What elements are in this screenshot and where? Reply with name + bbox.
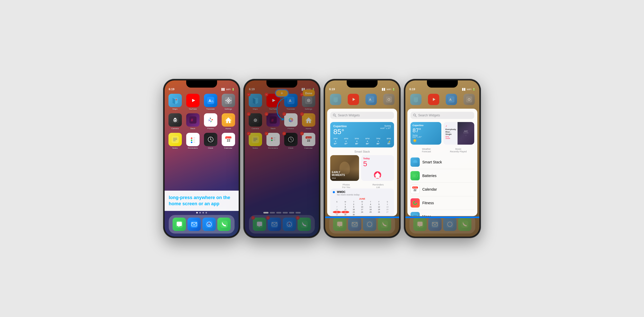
svg-rect-62 <box>220 221 228 228</box>
calendar-widget-3[interactable]: WWDC No more events today JUNE S M T W <box>330 189 394 216</box>
svg-point-95 <box>271 139 273 141</box>
app-slack[interactable]: # Slack <box>185 113 200 130</box>
phone-1: 6:19 ▊▊ WiFi 🔋 📍 Maps <box>163 79 240 238</box>
remove-clock[interactable]: − <box>282 132 286 135</box>
app-icon-camera <box>168 113 182 127</box>
svg-point-17 <box>174 119 176 121</box>
music-caption-4: MusicRecently Played <box>442 148 474 153</box>
battery-icon-3: 🔋 <box>392 88 395 91</box>
notch-2 <box>266 80 297 88</box>
remove-notes[interactable]: − <box>247 132 251 135</box>
svg-rect-145 <box>413 175 416 177</box>
dock-mail-2[interactable]: − <box>268 218 281 231</box>
app-icon-notes-2 <box>249 133 262 146</box>
svg-rect-93 <box>270 136 277 143</box>
widget-list-smartstack[interactable]: Smart Stack <box>410 155 474 169</box>
smartstack-icon <box>410 157 420 167</box>
app-home[interactable]: Home <box>221 113 236 130</box>
app-notes[interactable]: Notes <box>168 133 182 149</box>
app-calendar[interactable]: Monday22 Calendar <box>221 133 236 149</box>
svg-text:#: # <box>191 118 193 122</box>
svg-text:あ: あ <box>211 100 214 102</box>
widget-list-calendar[interactable]: Monday22 Calendar <box>410 183 474 196</box>
dot-wide-2 <box>270 212 275 213</box>
app-calendar-2[interactable]: − Monday22 Calendar <box>301 133 316 149</box>
home-screen-2[interactable]: 6:19 ▊▊ WiFi 🔋 + Done <box>245 80 319 237</box>
dock-messages-2[interactable]: − <box>253 218 266 231</box>
remove-calendar[interactable]: − <box>300 132 304 135</box>
app-camera[interactable]: Camera <box>168 113 182 130</box>
app-maps-2[interactable]: − Maps <box>248 94 263 110</box>
svg-rect-119 <box>386 96 392 102</box>
svg-rect-43 <box>193 142 195 142</box>
dot-2 <box>199 212 201 213</box>
app-clock[interactable]: Clock <box>203 133 218 149</box>
app-reminders-2[interactable]: − Reminders <box>266 133 280 149</box>
reminders-widget[interactable]: Today 5 <box>361 155 394 181</box>
remove-reminders[interactable]: − <box>265 132 268 135</box>
dock-messages[interactable] <box>173 218 186 231</box>
widget-list-maps[interactable]: Maps <box>410 210 474 216</box>
page-dots-2 <box>245 212 319 213</box>
dock-phone[interactable] <box>217 218 231 231</box>
photos-widget[interactable]: EARLYMOMENTS2018 <box>330 155 359 181</box>
app-notes-2[interactable]: − Notes <box>248 133 263 149</box>
svg-point-153 <box>414 201 417 204</box>
widget-list-batteries[interactable]: Batteries <box>410 169 474 183</box>
weather-caption-4: WeatherForecast <box>410 148 442 153</box>
done-button[interactable]: Done <box>303 90 315 96</box>
home-screen-4[interactable]: 6:19 ▊▊ WiFi 🔋 A <box>405 80 479 237</box>
dock-phone-2[interactable]: − <box>298 218 311 231</box>
app-label-notes: Notes <box>172 147 178 149</box>
phone-2: 6:19 ▊▊ WiFi 🔋 + Done <box>243 79 320 238</box>
remove-youtube[interactable]: − <box>265 93 268 96</box>
app-camera-2[interactable]: − Camera <box>248 113 263 130</box>
dock-mail[interactable] <box>187 218 201 231</box>
app-clock-2[interactable]: − Clock <box>283 133 298 149</box>
photos-caption: PhotosFor You <box>330 183 362 189</box>
app-reminders[interactable]: Reminders <box>185 133 200 149</box>
calendar-w-icon: Monday22 <box>410 185 420 194</box>
home-screen-3[interactable]: 6:19 ▊▊ WiFi 🔋 A <box>325 80 399 237</box>
cal-days-grid: S M T W T F S 1 2 3 4 <box>333 201 391 216</box>
app-label-youtube: YouTube <box>189 108 197 110</box>
remove-maps[interactable]: − <box>247 93 251 96</box>
widget-panel-3[interactable]: Search Widgets Cupertino 85° Sunny <box>327 109 397 216</box>
dock-safari[interactable] <box>202 218 216 231</box>
app-label-calendar: Calendar <box>224 147 232 149</box>
remove-home[interactable]: − <box>300 112 304 116</box>
app-label-settings: Settings <box>225 108 232 110</box>
weather-widget-3[interactable]: Cupertino 85° Sunny H:87° L:57° <box>330 122 394 147</box>
svg-rect-97 <box>273 140 275 140</box>
remove-dock-messages[interactable]: − <box>251 216 255 220</box>
app-youtube[interactable]: YouTube <box>185 94 200 110</box>
widget-panel-4[interactable]: Search Widgets Cupertino 87° Sunny H:87°… <box>407 109 477 216</box>
remove-camera[interactable]: − <box>247 112 251 116</box>
status-time-4: 6:19 <box>409 88 415 91</box>
app-home-2[interactable]: − Home <box>301 113 316 130</box>
remove-dock-mail[interactable]: − <box>266 216 270 220</box>
music-note-icon: ♪ <box>445 124 454 128</box>
remove-slack[interactable]: − <box>265 112 268 116</box>
maps-w-icon <box>410 212 420 216</box>
batteries-icon <box>410 171 420 180</box>
svg-rect-37 <box>189 136 196 143</box>
music-artist: Amy Shark <box>445 136 454 139</box>
fitness-icon <box>410 198 420 208</box>
widget-list-fitness[interactable]: Fitness <box>410 196 474 210</box>
app-translate[interactable]: Aあ Translate <box>203 94 218 110</box>
svg-rect-92 <box>253 141 256 141</box>
app-icon-home <box>222 113 235 127</box>
search-bar-4[interactable]: Search Widgets <box>410 112 474 119</box>
home-screen-1[interactable]: 6:19 ▊▊ WiFi 🔋 📍 Maps <box>165 80 239 237</box>
search-bar-3[interactable]: Search Widgets <box>330 112 394 119</box>
app-label-translate: Translate <box>206 108 215 110</box>
dock-safari-2[interactable] <box>283 218 296 231</box>
weather-small-widget[interactable]: Cupertino 87° Sunny H:87° L:57° ☀️ <box>410 122 441 145</box>
music-widget[interactable]: AMY SHARK ♪ ♪ Everybody Rise - Single Am… <box>443 122 474 145</box>
app-settings[interactable]: Settings <box>221 94 236 110</box>
remove-dock-phone[interactable]: − <box>296 216 300 220</box>
status-icons-3: ▊▊ WiFi 🔋 <box>382 88 395 91</box>
app-photos[interactable]: Photos <box>203 113 218 130</box>
app-maps[interactable]: 📍 Maps <box>168 94 182 110</box>
